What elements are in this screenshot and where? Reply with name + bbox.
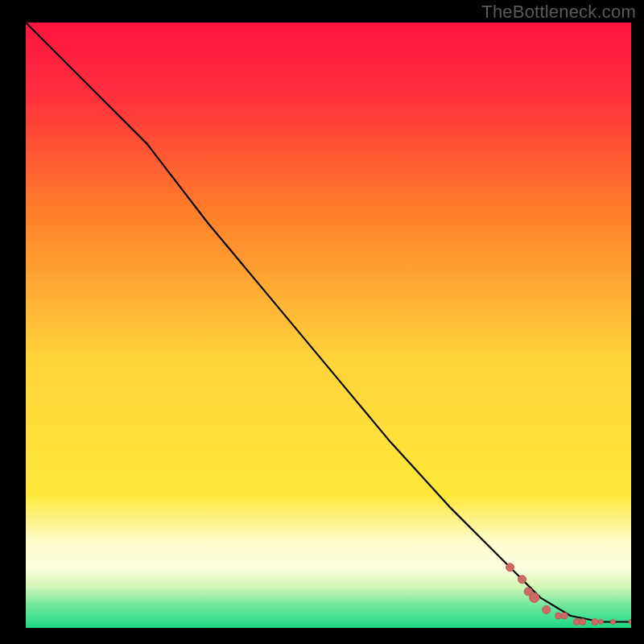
data-point	[506, 564, 514, 572]
data-point	[543, 605, 551, 613]
data-point	[555, 613, 562, 619]
data-point	[518, 576, 526, 584]
watermark-text: TheBottleneck.com	[481, 2, 636, 23]
chart-svg	[26, 23, 631, 628]
data-point	[592, 619, 598, 625]
data-point	[598, 620, 603, 625]
data-point	[561, 613, 568, 619]
data-point	[573, 619, 580, 625]
data-point	[610, 620, 615, 625]
chart-frame: TheBottleneck.com	[0, 0, 644, 644]
data-point	[580, 619, 586, 625]
plot-area	[26, 23, 631, 628]
data-point	[530, 592, 539, 602]
data-point	[629, 620, 631, 625]
